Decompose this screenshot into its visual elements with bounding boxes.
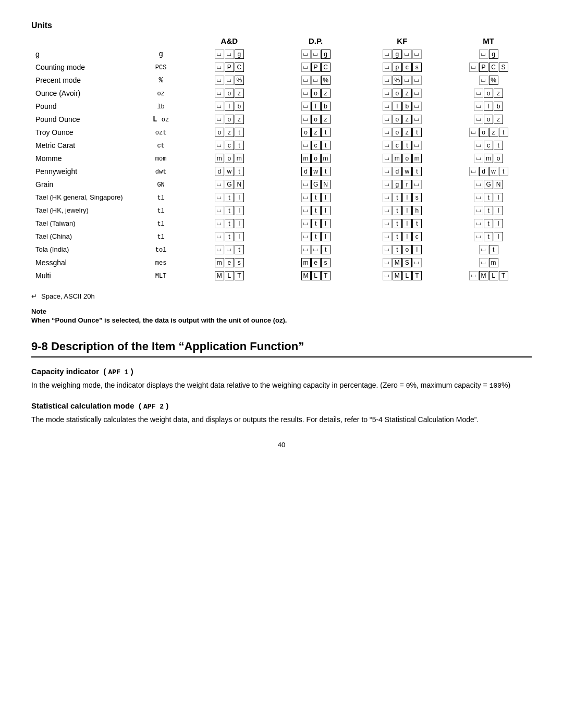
unit-mt-cell: ⌴lb	[445, 100, 532, 113]
unit-dp-cell: ⌴ct	[273, 139, 359, 152]
unit-symbol-cell: tol	[136, 243, 186, 256]
unit-dp-cell: mes	[273, 256, 359, 269]
unit-name-cell: Precent mode	[31, 73, 136, 87]
note-section: ↵ Space, ASCII 20h Note When “Pound Ounc…	[31, 292, 532, 324]
unit-dp-cell: ⌴PC	[273, 60, 359, 73]
capacity-title: Capacity indicator ( APF 1 )	[31, 367, 532, 376]
unit-symbol-cell: tl	[136, 230, 186, 243]
unit-dp-cell: ⌴tl	[273, 217, 359, 230]
unit-symbol-cell: GN	[136, 178, 186, 191]
unit-ad-cell: dwt	[186, 165, 273, 178]
unit-name-cell: Multi	[31, 269, 136, 282]
unit-name-cell: Ounce (Avoir)	[31, 87, 136, 100]
unit-kf-cell: ⌴ct⌴	[359, 139, 445, 152]
unit-name-cell: Tael (HK general, Singapore)	[31, 191, 136, 204]
unit-kf-cell: ⌴dwt	[359, 165, 445, 178]
unit-ad-cell: ⌴oz	[186, 113, 273, 126]
unit-kf-cell: ⌴MS⌴	[359, 256, 445, 269]
unit-kf-cell: ⌴tlt	[359, 217, 445, 230]
unit-mt-cell: ⌴tl	[445, 230, 532, 243]
unit-kf-cell: ⌴oz⌴	[359, 87, 445, 100]
unit-symbol-cell: dwt	[136, 165, 186, 178]
unit-dp-cell: ⌴oz	[273, 87, 359, 100]
unit-name-cell: Tael (Taiwan)	[31, 217, 136, 230]
unit-dp-cell: ⌴tl	[273, 204, 359, 217]
unit-symbol-cell: mom	[136, 152, 186, 165]
unit-ad-cell: ⌴tl	[186, 217, 273, 230]
table-row: Tael (Taiwan)tl⌴tl⌴tl⌴tlt⌴tl	[31, 217, 532, 230]
units-table: A&D D.P. KF MT gg⌴⌴g⌴⌴g⌴g⌴⌴⌴gCounting mo…	[31, 34, 532, 282]
unit-dp-cell: mom	[273, 152, 359, 165]
unit-dp-cell: ⌴tl	[273, 191, 359, 204]
table-row: Tola (India)tol⌴⌴t⌴⌴t⌴tol⌴t	[31, 243, 532, 256]
unit-mt-cell: ⌴oz	[445, 87, 532, 100]
unit-ad-cell: ozt	[186, 126, 273, 139]
col-units-header	[31, 34, 136, 47]
unit-kf-cell: ⌴oz⌴	[359, 113, 445, 126]
unit-name-cell: Pound	[31, 100, 136, 113]
unit-symbol-cell: ct	[136, 139, 186, 152]
table-row: Mommemommommom⌴mom⌴mo	[31, 152, 532, 165]
unit-dp-cell: ⌴tl	[273, 230, 359, 243]
unit-kf-cell: ⌴tlc	[359, 230, 445, 243]
table-row: Troy Ounceoztoztozt⌴ozt⌴ozt	[31, 126, 532, 139]
capacity-text: In the weighing mode, the indicator disp…	[31, 379, 532, 392]
space-note: ↵ Space, ASCII 20h	[31, 292, 532, 300]
unit-symbol-cell: L oz	[136, 113, 186, 126]
table-row: Poundlb⌴lb⌴lb⌴lb⌴⌴lb	[31, 100, 532, 113]
unit-mt-cell: ⌴tl	[445, 191, 532, 204]
units-heading: Units	[31, 21, 532, 30]
col-symbol-header	[136, 34, 186, 47]
unit-kf-cell: ⌴mom	[359, 152, 445, 165]
unit-dp-cell: ozt	[273, 126, 359, 139]
units-section: Units A&D D.P. KF MT gg⌴⌴g⌴⌴g⌴g⌴⌴⌴gCount…	[31, 21, 532, 282]
statistical-title: Statistical calculation mode ( APF 2 )	[31, 401, 532, 411]
unit-ad-cell: ⌴⌴t	[186, 243, 273, 256]
table-row: GrainGN⌴GN⌴GN⌴gr⌴⌴GN	[31, 178, 532, 191]
table-row: Tael (HK, jewelry)tl⌴tl⌴tl⌴tlh⌴tl	[31, 204, 532, 217]
unit-kf-cell: ⌴tlh	[359, 204, 445, 217]
unit-symbol-cell: oz	[136, 87, 186, 100]
unit-dp-cell: ⌴⌴%	[273, 73, 359, 87]
unit-mt-cell: ⌴t	[445, 243, 532, 256]
unit-ad-cell: mom	[186, 152, 273, 165]
unit-name-cell: Grain	[31, 178, 136, 191]
statistical-text: The mode statistically calculates the we…	[31, 414, 532, 425]
unit-name-cell: Messghal	[31, 256, 136, 269]
unit-dp-cell: ⌴⌴g	[273, 47, 359, 60]
unit-symbol-cell: g	[136, 47, 186, 60]
unit-ad-cell: mes	[186, 256, 273, 269]
note-label: Note	[31, 306, 532, 315]
unit-kf-cell: ⌴tls	[359, 191, 445, 204]
unit-dp-cell: dwt	[273, 165, 359, 178]
unit-mt-cell: ⌴g	[445, 47, 532, 60]
col-dp-header: D.P.	[273, 34, 359, 47]
unit-mt-cell: ⌴tl	[445, 204, 532, 217]
unit-ad-cell: ⌴PC	[186, 60, 273, 73]
unit-kf-cell: ⌴pcs	[359, 60, 445, 73]
unit-mt-cell: ⌴GN	[445, 178, 532, 191]
unit-ad-cell: MLT	[186, 269, 273, 282]
unit-ad-cell: ⌴⌴%	[186, 73, 273, 87]
unit-dp-cell: ⌴oz	[273, 113, 359, 126]
page-number: 40	[31, 441, 532, 449]
unit-kf-cell: ⌴%⌴⌴	[359, 73, 445, 87]
unit-symbol-cell: tl	[136, 217, 186, 230]
section-title: 9-8 Description of the Item “Application…	[31, 340, 532, 357]
col-kf-header: KF	[359, 34, 445, 47]
unit-ad-cell: ⌴tl	[186, 191, 273, 204]
unit-ad-cell: ⌴tl	[186, 230, 273, 243]
unit-name-cell: Tael (HK, jewelry)	[31, 204, 136, 217]
unit-name-cell: Counting mode	[31, 60, 136, 73]
unit-name-cell: Momme	[31, 152, 136, 165]
statistical-subsection: Statistical calculation mode ( APF 2 ) T…	[31, 401, 532, 425]
unit-symbol-cell: mes	[136, 256, 186, 269]
unit-mt-cell: ⌴m	[445, 256, 532, 269]
unit-symbol-cell: lb	[136, 100, 186, 113]
unit-ad-cell: ⌴⌴g	[186, 47, 273, 60]
unit-dp-cell: MLT	[273, 269, 359, 282]
col-ad-header: A&D	[186, 34, 273, 47]
unit-symbol-cell: %	[136, 73, 186, 87]
unit-name-cell: Tael (China)	[31, 230, 136, 243]
unit-name-cell: Pennyweight	[31, 165, 136, 178]
